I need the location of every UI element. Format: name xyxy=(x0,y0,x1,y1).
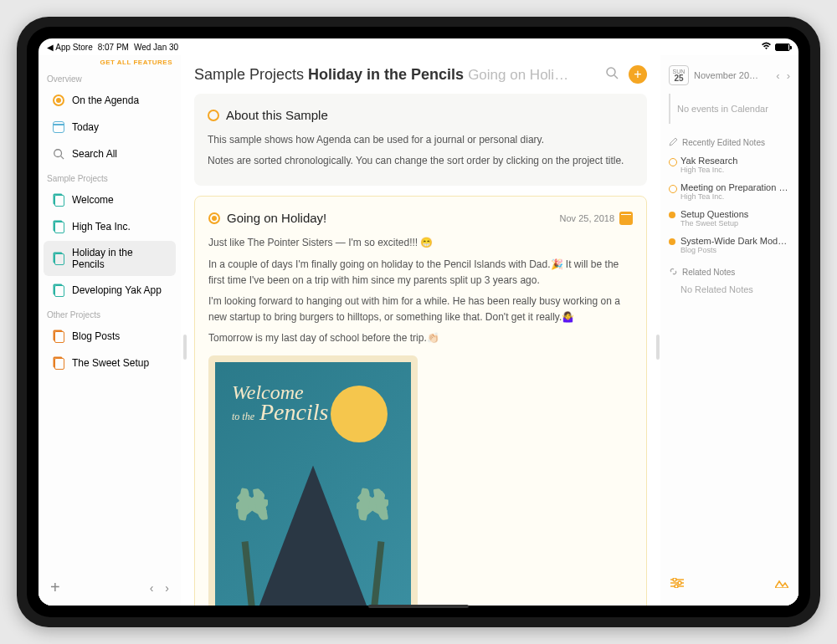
svg-line-3 xyxy=(614,75,618,79)
sidebar-item-label: Today xyxy=(72,121,99,133)
project-icon xyxy=(52,356,65,370)
status-date: Wed Jan 30 xyxy=(134,43,178,52)
breadcrumb-next: Going on Holi… xyxy=(468,67,568,83)
sidebar-item-label: Search All xyxy=(72,148,117,160)
note-status-icon xyxy=(208,212,220,224)
section-other-projects: Other Projects xyxy=(39,304,181,323)
project-icon xyxy=(52,284,65,297)
note-body-text: In a couple of days I'm finally going on… xyxy=(208,257,633,289)
project-icon xyxy=(52,193,65,207)
scroll-indicator xyxy=(183,335,187,360)
note-body-text: I'm looking forward to hanging out with … xyxy=(208,294,633,325)
sidebar-item-label: Holiday in the Pencils xyxy=(72,247,167,270)
related-notes-header: Related Notes xyxy=(660,258,798,281)
svg-line-1 xyxy=(61,156,64,160)
svg-point-7 xyxy=(678,581,681,585)
sidebar-item-developing-yak[interactable]: Developing Yak App xyxy=(44,278,176,303)
sidebar-item-label: High Tea Inc. xyxy=(72,221,131,233)
recent-note-meeting-prep[interactable]: Meeting on Preparation f… High Tea Inc. xyxy=(660,178,798,205)
sidebar-item-label: The Sweet Setup xyxy=(72,357,149,369)
svg-point-0 xyxy=(54,150,62,157)
settings-icon[interactable] xyxy=(670,577,684,590)
sidebar-item-holiday-pencils[interactable]: Holiday in the Pencils xyxy=(44,241,176,276)
sidebar-item-label: Blog Posts xyxy=(72,330,120,342)
pencil-icon xyxy=(669,137,678,148)
sidebar-item-sweet-setup[interactable]: The Sweet Setup xyxy=(44,350,176,376)
get-all-features-button[interactable]: GET ALL FEATURES xyxy=(39,55,181,68)
sidebar-item-label: Welcome xyxy=(72,194,114,206)
battery-icon xyxy=(775,43,790,51)
ipad-frame: ◀ App Store 8:07 PM Wed Jan 30 GET ALL F… xyxy=(17,17,820,627)
sidebar-item-blog-posts[interactable]: Blog Posts xyxy=(44,324,176,349)
note-body-text: Notes are sorted chronologically. You ca… xyxy=(208,153,634,169)
home-indicator[interactable] xyxy=(368,605,469,608)
note-status-icon xyxy=(208,110,219,121)
recent-note-dark-mode[interactable]: System-Wide Dark Mode… Blog Posts xyxy=(660,232,798,258)
main-content: Sample Projects Holiday in the Pencils G… xyxy=(181,55,660,606)
svg-point-9 xyxy=(675,585,678,588)
sidebar-item-today[interactable]: Today xyxy=(44,115,176,140)
section-sample-projects: Sample Projects xyxy=(39,167,181,187)
sidebar-item-search-all[interactable]: Search All xyxy=(44,141,176,166)
recently-edited-header: Recently Edited Notes xyxy=(660,129,798,151)
breadcrumb-parent: Sample Projects xyxy=(194,66,304,83)
sidebar-item-high-tea[interactable]: High Tea Inc. xyxy=(44,214,176,239)
calendar-assigned-icon[interactable] xyxy=(619,212,633,225)
main-header: Sample Projects Holiday in the Pencils G… xyxy=(181,55,660,94)
note-title: Going on Holiday! xyxy=(227,208,326,228)
breadcrumb[interactable]: Sample Projects Holiday in the Pencils G… xyxy=(194,66,568,84)
svg-point-2 xyxy=(607,68,615,76)
nav-back-button[interactable]: ‹ xyxy=(150,581,154,595)
status-time: 8:07 PM xyxy=(98,43,129,52)
mini-calendar-icon[interactable]: SUN 25 xyxy=(669,65,689,85)
note-date-text: Nov 25, 2018 xyxy=(560,212,614,227)
search-icon xyxy=(52,147,65,161)
agenda-icon xyxy=(52,94,65,107)
project-icon xyxy=(52,220,65,233)
svg-point-5 xyxy=(673,578,676,581)
recent-note-yak-research[interactable]: Yak Research High Tea Inc. xyxy=(660,151,798,178)
recent-note-setup-questions[interactable]: Setup Questions The Sweet Setup xyxy=(660,205,798,232)
add-project-button[interactable]: + xyxy=(50,578,60,597)
project-icon xyxy=(52,252,65,265)
note-body-text: Tomorrow is my last day of school before… xyxy=(208,330,633,346)
sidebar-item-welcome[interactable]: Welcome xyxy=(44,187,176,212)
no-events-label: No events in Calendar xyxy=(669,94,790,124)
right-panel: SUN 25 November 20… ‹ › No events in Cal… xyxy=(660,55,798,606)
sidebar: GET ALL FEATURES Overview On the Agenda … xyxy=(39,55,181,606)
section-overview: Overview xyxy=(39,68,181,87)
status-bar: ◀ App Store 8:07 PM Wed Jan 30 xyxy=(39,38,798,55)
scroll-indicator xyxy=(656,335,660,360)
cal-next-button[interactable]: › xyxy=(787,69,790,82)
cal-prev-button[interactable]: ‹ xyxy=(776,69,779,82)
note-title: About this Sample xyxy=(226,105,328,125)
note-body-text: This sample shows how Agenda can be used… xyxy=(208,132,634,148)
breadcrumb-title: Holiday in the Pencils xyxy=(308,66,464,83)
note-going-on-holiday[interactable]: Going on Holiday! Nov 25, 2018 Just like… xyxy=(194,196,647,606)
back-to-app[interactable]: ◀ App Store xyxy=(47,43,93,52)
no-related-notes-label: No Related Notes xyxy=(660,281,798,298)
new-note-button[interactable]: + xyxy=(629,65,647,84)
sidebar-item-label: On the Agenda xyxy=(72,95,139,106)
sidebar-item-on-the-agenda[interactable]: On the Agenda xyxy=(44,88,176,113)
nav-forward-button[interactable]: › xyxy=(165,581,169,595)
image-icon[interactable] xyxy=(775,577,788,590)
search-button[interactable] xyxy=(605,66,619,83)
sidebar-item-label: Developing Yak App xyxy=(72,284,162,296)
calendar-icon xyxy=(52,120,65,134)
month-label[interactable]: November 20… xyxy=(694,70,771,80)
note-body-text: Just like The Pointer Sisters — I'm so e… xyxy=(208,235,633,251)
wifi-icon xyxy=(761,42,772,52)
postcard-image: Welcome to the Pencils xyxy=(208,355,418,606)
project-icon xyxy=(52,330,65,343)
link-icon xyxy=(669,267,678,278)
note-about-sample[interactable]: About this Sample This sample shows how … xyxy=(194,94,647,186)
